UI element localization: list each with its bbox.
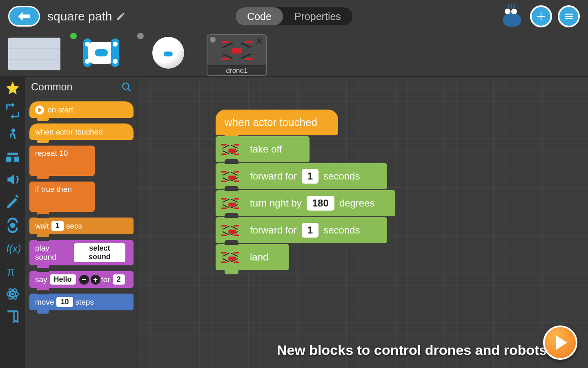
status-dot-connected-icon bbox=[70, 33, 77, 39]
status-dot-disconnected-icon bbox=[137, 33, 144, 39]
category-sound-icon[interactable] bbox=[5, 172, 20, 187]
actor-close-button[interactable]: ✕ bbox=[256, 36, 263, 47]
block-label: land bbox=[250, 251, 268, 263]
category-motion-icon[interactable] bbox=[5, 126, 20, 141]
block-label: steps bbox=[76, 298, 94, 307]
block-if-then[interactable]: if true then bbox=[29, 182, 95, 212]
turn-degrees-input[interactable]: 180 bbox=[307, 196, 334, 211]
category-physics-icon[interactable] bbox=[5, 286, 20, 302]
canvas-hat-when-actor-touched[interactable]: when actor touched bbox=[216, 110, 338, 135]
block-label: for bbox=[101, 275, 110, 284]
category-favorites-icon[interactable] bbox=[5, 80, 20, 96]
block-label: forward for bbox=[250, 224, 297, 236]
play-flag-icon bbox=[35, 105, 44, 114]
block-label: play sound bbox=[35, 244, 71, 262]
block-label: turn right by bbox=[250, 197, 302, 209]
actor-drone1-selected[interactable]: ✕ drone1 bbox=[207, 34, 267, 76]
palette-category-label: Common bbox=[31, 81, 72, 93]
back-button[interactable] bbox=[8, 6, 40, 27]
block-on-start[interactable]: on start bbox=[29, 101, 134, 118]
drone-icon bbox=[222, 171, 238, 181]
tab-properties[interactable]: Properties bbox=[283, 7, 352, 25]
say-text-input[interactable]: Hello bbox=[50, 274, 76, 285]
run-button[interactable] bbox=[543, 325, 577, 360]
canvas-block-turn-right[interactable]: turn right by 180 degrees bbox=[216, 190, 395, 216]
category-strip: f(x) π bbox=[0, 77, 25, 368]
palette-body[interactable]: on start when actor touched repeat 10 if… bbox=[25, 97, 138, 368]
category-looks-icon[interactable] bbox=[5, 149, 20, 164]
actor-bar: ✕ drone1 bbox=[0, 33, 588, 77]
repeat-value-input[interactable]: 10 bbox=[59, 149, 68, 157]
add-button[interactable] bbox=[530, 5, 552, 27]
main-area: f(x) π Common on start when actor touche… bbox=[0, 77, 588, 368]
block-say[interactable]: say Hello − + for 2 bbox=[29, 271, 134, 288]
category-draw-icon[interactable] bbox=[5, 195, 20, 210]
move-steps-input[interactable]: 10 bbox=[56, 297, 73, 307]
category-control-icon[interactable] bbox=[5, 103, 20, 119]
drone-icon bbox=[222, 198, 238, 208]
block-label: move bbox=[35, 298, 54, 307]
svg-text:f(x): f(x) bbox=[6, 243, 20, 254]
script-stack[interactable]: when actor touched take off forward for … bbox=[216, 110, 395, 270]
edit-title-icon[interactable] bbox=[116, 11, 126, 21]
drone-icon bbox=[222, 252, 238, 262]
canvas-block-land[interactable]: land bbox=[216, 244, 289, 270]
hamburger-icon bbox=[564, 11, 574, 22]
block-palette: Common on start when actor touched repea… bbox=[25, 77, 138, 368]
wait-value-input[interactable]: 1 bbox=[51, 221, 64, 231]
block-play-sound[interactable]: play sound select sound bbox=[29, 240, 134, 265]
status-dot-icon bbox=[210, 37, 216, 43]
canvas-block-take-off[interactable]: take off bbox=[216, 136, 310, 162]
back-arrow-icon bbox=[17, 11, 31, 22]
block-label: wait bbox=[35, 222, 49, 231]
block-move[interactable]: move 10 steps bbox=[29, 294, 134, 310]
say-plus-button[interactable]: + bbox=[91, 275, 100, 285]
category-operators-icon[interactable]: π bbox=[5, 263, 20, 279]
plus-icon bbox=[536, 11, 546, 22]
category-library-icon[interactable] bbox=[5, 309, 20, 325]
drone-icon bbox=[222, 144, 238, 154]
promo-banner: New blocks to control drones and robots bbox=[277, 342, 547, 358]
palette-search-icon[interactable] bbox=[121, 82, 132, 92]
say-duration-input[interactable]: 2 bbox=[113, 274, 125, 285]
block-when-actor-touched[interactable]: when actor touched bbox=[29, 123, 134, 140]
actor-sphero-ollie[interactable] bbox=[73, 34, 130, 71]
stage-grid-icon bbox=[8, 38, 60, 70]
block-label: then bbox=[57, 185, 72, 193]
block-label: secs bbox=[66, 222, 82, 231]
script-canvas[interactable]: when actor touched take off forward for … bbox=[138, 77, 588, 368]
actor-sphero-ball[interactable] bbox=[140, 34, 197, 71]
block-wait[interactable]: wait 1 secs bbox=[29, 218, 134, 234]
category-functions-icon[interactable]: f(x) bbox=[5, 240, 20, 256]
menu-button[interactable] bbox=[558, 5, 580, 27]
drone-icon bbox=[223, 41, 251, 59]
stage-thumbnail[interactable] bbox=[6, 34, 63, 71]
block-label: on start bbox=[47, 105, 73, 114]
top-bar: square path Code Properties bbox=[0, 0, 588, 33]
svg-text:π: π bbox=[7, 265, 15, 278]
forward-seconds-input[interactable]: 1 bbox=[302, 223, 318, 238]
sound-select-input[interactable]: select sound bbox=[74, 243, 125, 262]
block-label: when actor touched bbox=[225, 116, 317, 128]
if-condition-input[interactable]: true bbox=[41, 185, 55, 193]
category-sensing-icon[interactable] bbox=[5, 218, 20, 233]
view-tabs: Code Properties bbox=[236, 7, 352, 25]
sphero-ball-icon bbox=[152, 37, 184, 69]
actor-label: drone1 bbox=[207, 65, 266, 75]
block-label: repeat bbox=[35, 149, 57, 157]
canvas-block-forward-1[interactable]: forward for 1 seconds bbox=[216, 163, 387, 189]
say-minus-button[interactable]: − bbox=[79, 275, 89, 285]
block-label: if bbox=[35, 185, 39, 193]
tab-code[interactable]: Code bbox=[236, 7, 283, 25]
canvas-block-forward-2[interactable]: forward for 1 seconds bbox=[216, 217, 387, 243]
forward-seconds-input[interactable]: 1 bbox=[302, 169, 318, 184]
mascot-icon[interactable] bbox=[500, 6, 524, 27]
block-label: degrees bbox=[339, 197, 375, 209]
ollie-robot-icon bbox=[83, 38, 119, 67]
block-repeat[interactable]: repeat 10 bbox=[29, 146, 95, 176]
block-label: say bbox=[35, 275, 47, 284]
svg-point-2 bbox=[11, 293, 14, 295]
block-label: forward for bbox=[250, 171, 297, 182]
project-title-text: square path bbox=[47, 9, 112, 23]
project-title[interactable]: square path bbox=[47, 9, 126, 23]
